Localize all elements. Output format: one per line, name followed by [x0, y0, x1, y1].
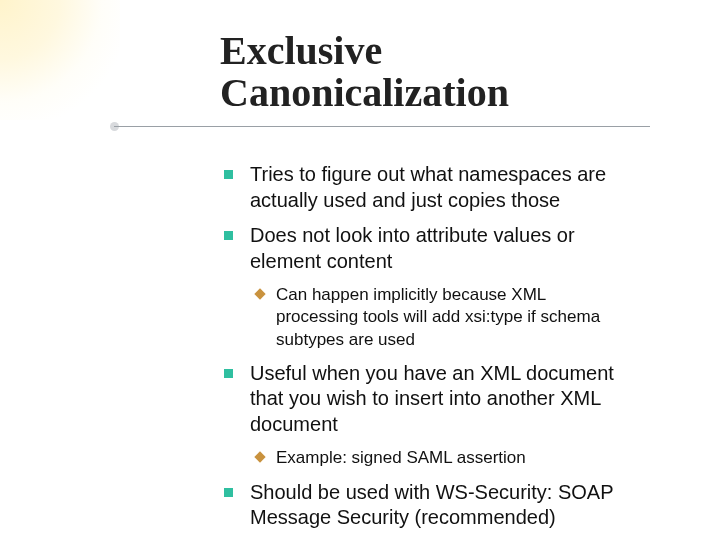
title-line-2: Canonicalization [220, 70, 509, 115]
diamond-bullet-icon [254, 452, 265, 463]
list-item: Should be used with WS-Security: SOAP Me… [220, 480, 620, 531]
list-item-text: Example: signed SAML assertion [276, 448, 526, 467]
list-item-text: Can happen implicitly because XML proces… [276, 285, 600, 348]
title-line-1: Exclusive [220, 28, 382, 73]
slide-title: Exclusive Canonicalization [220, 30, 660, 114]
square-bullet-icon [224, 231, 233, 240]
list-item: Can happen implicitly because XML proces… [250, 284, 620, 350]
list-item-text: Tries to figure out what namespaces are … [250, 163, 606, 211]
list-item: Example: signed SAML assertion [250, 447, 620, 469]
diamond-bullet-icon [254, 289, 265, 300]
square-bullet-icon [224, 170, 233, 179]
list-item: Tries to figure out what namespaces are … [220, 162, 620, 213]
slide: Exclusive Canonicalization Tries to figu… [0, 0, 720, 540]
list-item-text: Useful when you have an XML document tha… [250, 362, 614, 435]
list-item-text: Does not look into attribute values or e… [250, 224, 575, 272]
list-item: Useful when you have an XML document tha… [220, 361, 620, 438]
rule-line [114, 126, 650, 127]
square-bullet-icon [224, 488, 233, 497]
square-bullet-icon [224, 369, 233, 378]
slide-body: Tries to figure out what namespaces are … [220, 162, 620, 531]
title-rule [114, 120, 650, 134]
list-item-text: Should be used with WS-Security: SOAP Me… [250, 481, 613, 529]
list-item: Does not look into attribute values or e… [220, 223, 620, 274]
